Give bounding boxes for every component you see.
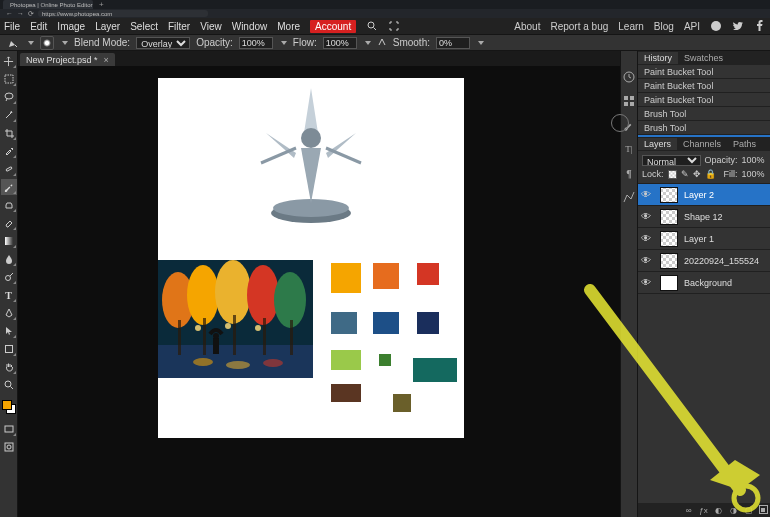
tool-preset-dropdown[interactable] — [28, 41, 34, 45]
layer-thumbnail[interactable] — [660, 209, 678, 225]
heal-tool[interactable] — [1, 161, 17, 177]
link-api[interactable]: API — [684, 21, 700, 32]
paragraph-panel-icon[interactable]: ¶ — [621, 165, 637, 181]
search-icon[interactable] — [366, 20, 378, 32]
brush-preview[interactable] — [40, 36, 54, 50]
character-panel-icon[interactable]: T| — [621, 141, 637, 157]
layer-visibility-icon[interactable]: 👁 — [638, 211, 654, 222]
link-layers-icon[interactable]: ∞ — [684, 506, 694, 515]
history-item[interactable]: Brush Tool — [638, 107, 770, 121]
tab-history[interactable]: History — [638, 52, 678, 64]
layer-visibility-icon[interactable]: 👁 — [638, 233, 654, 244]
menu-more[interactable]: More — [277, 21, 300, 32]
layer-thumbnail[interactable] — [660, 253, 678, 269]
link-about[interactable]: About — [514, 21, 540, 32]
layer-thumbnail[interactable] — [660, 275, 678, 291]
pen-tool[interactable] — [1, 305, 17, 321]
color-swatch[interactable] — [1, 399, 17, 415]
quick-mask-button[interactable] — [1, 439, 17, 455]
active-tool-icon[interactable] — [6, 36, 20, 50]
menu-layer[interactable]: Layer — [95, 21, 120, 32]
layer-fill-input[interactable]: 100% — [742, 169, 770, 179]
smooth-input[interactable]: 0% — [436, 37, 470, 49]
browser-tab[interactable]: Photopea | Online Photo Editor × — [3, 0, 93, 9]
layer-visibility-icon[interactable]: 👁 — [638, 189, 654, 200]
blur-tool[interactable] — [1, 251, 17, 267]
layer-group-icon[interactable]: ▢ — [744, 506, 754, 515]
gradient-tool[interactable] — [1, 233, 17, 249]
tab-paths[interactable]: Paths — [727, 138, 762, 150]
layer-blend-select[interactable]: Normal — [642, 155, 701, 166]
clone-tool[interactable] — [1, 197, 17, 213]
magic-wand-tool[interactable] — [1, 107, 17, 123]
menu-image[interactable]: Image — [57, 21, 85, 32]
layer-visibility-icon[interactable]: 👁 — [638, 277, 654, 288]
lock-position-icon[interactable]: ✥ — [693, 169, 701, 179]
menu-edit[interactable]: Edit — [30, 21, 47, 32]
hand-tool[interactable] — [1, 359, 17, 375]
move-tool[interactable] — [1, 53, 17, 69]
link-blog[interactable]: Blog — [654, 21, 674, 32]
layer-mask-icon[interactable]: ◐ — [714, 506, 724, 515]
new-tab-button[interactable]: + — [99, 0, 104, 9]
brush-preset-dropdown[interactable] — [62, 41, 68, 45]
smooth-dropdown[interactable] — [478, 41, 484, 45]
layer-visibility-icon[interactable]: 👁 — [638, 255, 654, 266]
history-item[interactable]: Paint Bucket Tool — [638, 79, 770, 93]
layer-row[interactable]: 👁Layer 2 — [638, 184, 770, 206]
workspace[interactable] — [18, 66, 620, 517]
clock-icon[interactable] — [621, 69, 637, 85]
crop-tool[interactable] — [1, 125, 17, 141]
lasso-tool[interactable] — [1, 89, 17, 105]
menu-filter[interactable]: Filter — [168, 21, 190, 32]
canvas[interactable] — [158, 78, 464, 438]
menu-select[interactable]: Select — [130, 21, 158, 32]
fullscreen-icon[interactable] — [388, 20, 400, 32]
lock-all-icon[interactable]: 🔒 — [705, 169, 716, 179]
lock-transparent-icon[interactable] — [668, 170, 677, 179]
layer-thumbnail[interactable] — [660, 187, 678, 203]
close-document-icon[interactable]: × — [104, 55, 109, 65]
zoom-tool[interactable] — [1, 377, 17, 393]
nav-forward-icon[interactable]: → — [17, 10, 24, 17]
menu-file[interactable]: File — [4, 21, 20, 32]
type-tool[interactable]: T — [1, 287, 17, 303]
new-layer-icon[interactable] — [759, 505, 769, 516]
opacity-dropdown[interactable] — [281, 41, 287, 45]
history-item[interactable]: Brush Tool — [638, 121, 770, 135]
layer-row[interactable]: 👁Shape 12 — [638, 206, 770, 228]
brush-panel-icon[interactable] — [621, 117, 637, 133]
opacity-input[interactable]: 100% — [239, 37, 273, 49]
info-panel-icon[interactable] — [621, 189, 637, 205]
lock-paint-icon[interactable]: ✎ — [681, 169, 689, 179]
layer-row[interactable]: 👁20220924_155524 — [638, 250, 770, 272]
layer-row[interactable]: 👁Layer 1 — [638, 228, 770, 250]
eraser-tool[interactable] — [1, 215, 17, 231]
shape-tool[interactable] — [1, 341, 17, 357]
layer-effects-icon[interactable]: ƒx — [699, 506, 709, 515]
rect-select-tool[interactable] — [1, 71, 17, 87]
history-item[interactable]: Paint Bucket Tool — [638, 93, 770, 107]
tab-swatches[interactable]: Swatches — [678, 52, 729, 64]
layer-thumbnail[interactable] — [660, 231, 678, 247]
nav-back-icon[interactable]: ← — [6, 10, 13, 17]
reddit-icon[interactable] — [710, 20, 722, 32]
swatches-icon[interactable] — [621, 93, 637, 109]
tab-layers[interactable]: Layers — [638, 138, 677, 150]
brush-tool[interactable] — [1, 179, 17, 195]
twitter-icon[interactable] — [732, 20, 744, 32]
link-learn[interactable]: Learn — [618, 21, 644, 32]
url-input[interactable]: https://www.photopea.com — [38, 10, 208, 17]
flow-input[interactable]: 100% — [323, 37, 357, 49]
blend-mode-select[interactable]: Overlay — [136, 37, 190, 49]
flow-dropdown[interactable] — [365, 41, 371, 45]
screen-mode-button[interactable] — [1, 421, 17, 437]
document-tab[interactable]: New Project.psd * × — [20, 53, 115, 66]
adjustment-layer-icon[interactable]: ◑ — [729, 506, 739, 515]
facebook-icon[interactable] — [754, 20, 766, 32]
eyedropper-tool[interactable] — [1, 143, 17, 159]
layer-row[interactable]: 👁Background🔒 — [638, 272, 770, 294]
layer-opacity-input[interactable]: 100% — [742, 155, 770, 165]
airbrush-icon[interactable] — [377, 37, 387, 49]
history-item[interactable]: Paint Bucket Tool — [638, 65, 770, 79]
